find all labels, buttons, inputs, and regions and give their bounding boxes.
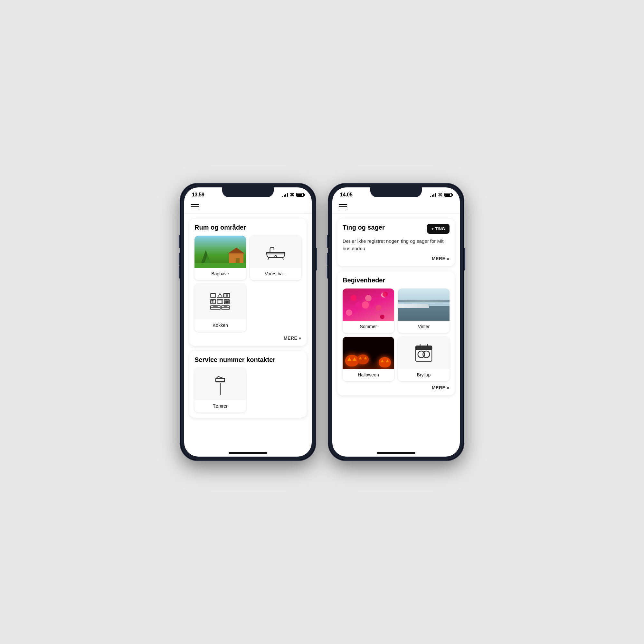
svg-rect-15	[218, 300, 222, 303]
phone-screen-1: 13.59 ⌘ Rum og områder	[184, 187, 312, 457]
ting-more[interactable]: MERE »	[343, 256, 450, 261]
ting-title: Ting og sager	[343, 224, 385, 231]
status-icons-2: ⌘	[430, 192, 452, 197]
pumpkin2-eye2	[364, 357, 367, 359]
kokken-item[interactable]: Køkken	[194, 284, 246, 332]
begivenheder-more[interactable]: MERE »	[343, 385, 450, 390]
baghave-label: Baghave	[194, 268, 246, 280]
ice-shore	[398, 304, 429, 308]
hamburger-menu-2[interactable]	[339, 204, 347, 209]
winter-water	[398, 306, 450, 321]
battery-icon-1	[296, 193, 304, 197]
nav-bar-2	[332, 200, 460, 213]
svg-rect-4	[211, 293, 215, 298]
status-icons-1: ⌘	[282, 192, 304, 197]
svg-point-12	[213, 300, 214, 301]
home-indicator-1	[184, 449, 312, 457]
begivenheder-card: Begivenheder So	[337, 271, 455, 395]
ting-add-button[interactable]: + TING	[427, 224, 450, 234]
begivenheder-grid: Sommer Vinter	[343, 289, 450, 381]
bryllup-item[interactable]: Bryllup	[398, 337, 450, 381]
vores-ba-item[interactable]: Vores ba...	[250, 236, 301, 280]
bryllup-label: Bryllup	[398, 369, 450, 381]
baghave-image	[194, 236, 246, 268]
grass	[194, 263, 246, 268]
tomrer-label: Tømrer	[194, 400, 246, 412]
svg-rect-29	[415, 346, 431, 350]
halloween-item[interactable]: Halloween	[343, 337, 394, 381]
signal-icon-2	[430, 193, 436, 197]
svg-point-2	[275, 256, 276, 257]
service-title: Service nummer kontakter	[194, 356, 301, 364]
bath-icon	[250, 236, 301, 268]
rooms-card: Rum og områder	[189, 219, 307, 346]
vinter-item[interactable]: Vinter	[398, 289, 450, 333]
vinter-label: Vinter	[398, 321, 450, 333]
status-time-2: 14.05	[340, 192, 353, 198]
svg-point-11	[211, 300, 212, 301]
svg-line-1	[283, 258, 283, 260]
wedding-icon	[398, 337, 450, 369]
phone-1: 13.59 ⌘ Rum og områder	[180, 184, 316, 460]
screen-content-2: Ting og sager + TING Der er ikke registr…	[332, 213, 460, 449]
flower5	[380, 315, 384, 319]
service-card: Service nummer kontakter Tømrer	[189, 351, 307, 418]
battery-icon-2	[444, 193, 452, 197]
tomrer-item[interactable]: Tømrer	[194, 368, 246, 412]
rooms-more[interactable]: MERE »	[194, 336, 301, 341]
vinter-image	[398, 289, 450, 321]
svg-marker-5	[217, 293, 222, 298]
phone-2: 14.05 ⌘ Ting og sager	[328, 184, 464, 460]
rooms-title: Rum og områder	[194, 224, 301, 231]
wifi-icon-1: ⌘	[290, 192, 294, 197]
kokken-label: Køkken	[194, 319, 246, 332]
kokken-row: Køkken	[194, 284, 301, 332]
flower2	[362, 301, 369, 308]
wifi-icon-2: ⌘	[438, 192, 442, 197]
rooms-grid: Baghave	[194, 236, 301, 280]
svg-line-0	[268, 258, 269, 260]
flower4	[346, 309, 352, 316]
hamburger-menu-1[interactable]	[191, 204, 199, 209]
home-bar-1	[229, 452, 267, 454]
sommer-label: Sommer	[343, 321, 394, 333]
svg-rect-6	[223, 293, 230, 298]
phone-screen-2: 14.05 ⌘ Ting og sager	[332, 187, 460, 457]
flower1	[351, 295, 356, 301]
home-bar-2	[377, 452, 415, 454]
screen-content-1: Rum og områder	[184, 213, 312, 449]
notch-1	[222, 187, 274, 197]
notch-2	[370, 187, 422, 197]
status-time-1: 13.59	[192, 192, 204, 198]
signal-icon-1	[282, 193, 288, 197]
kokken-icon	[194, 284, 246, 319]
halloween-glow	[343, 359, 394, 369]
flower3	[383, 292, 388, 297]
ting-empty-text: Der er ikke registret nogen ting og sage…	[343, 238, 450, 252]
vores-ba-label: Vores ba...	[250, 268, 301, 280]
ting-header: Ting og sager + TING	[343, 224, 450, 234]
hammer-icon	[194, 368, 246, 400]
distant-shore	[398, 300, 450, 302]
halloween-label: Halloween	[343, 369, 394, 381]
nav-bar-1	[184, 200, 312, 213]
house-roof	[228, 248, 245, 253]
ting-card: Ting og sager + TING Der er ikke registr…	[337, 219, 455, 266]
pumpkin2-eye	[359, 357, 362, 359]
halloween-image	[343, 337, 394, 369]
home-indicator-2	[332, 449, 460, 457]
svg-point-33	[423, 351, 430, 358]
begivenheder-title: Begivenheder	[343, 277, 450, 284]
sommer-item[interactable]: Sommer	[343, 289, 394, 333]
svg-point-13	[212, 302, 213, 303]
baghave-item[interactable]: Baghave	[194, 236, 246, 280]
sommer-image	[343, 289, 394, 321]
